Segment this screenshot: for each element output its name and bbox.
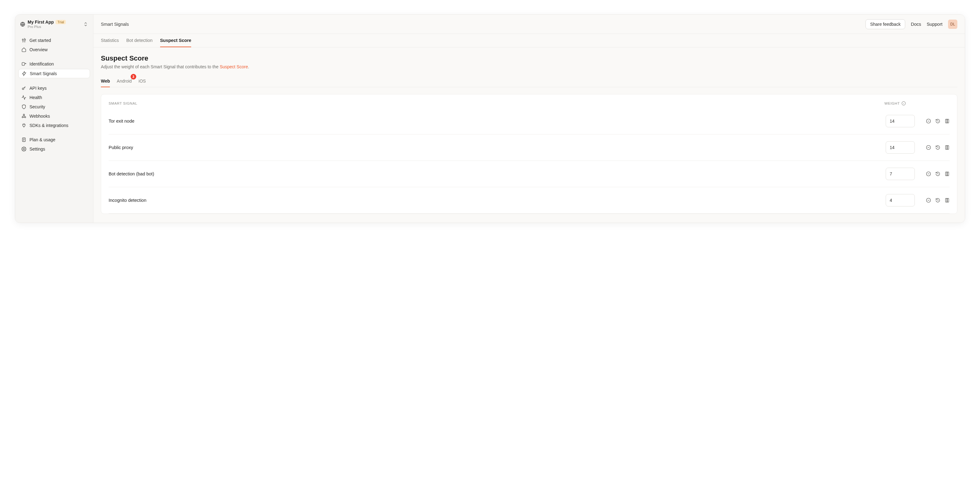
main: Smart Signals Share feedback Docs Suppor…	[94, 14, 965, 223]
sidebar-item-label: Plan & usage	[29, 137, 55, 142]
sidebar-item-api-keys[interactable]: API keys	[18, 84, 90, 92]
sidebar-item-security[interactable]: Security	[18, 102, 90, 111]
trial-badge: Trial	[56, 20, 66, 24]
sidebar-item-identification[interactable]: Identification	[18, 60, 90, 68]
tab-bot-detection[interactable]: Bot detection	[126, 34, 153, 47]
history-icon[interactable]	[935, 119, 940, 124]
table-row: Bot detection (bad bot)	[108, 161, 950, 187]
platform-tab-web[interactable]: Web	[101, 75, 110, 87]
disable-icon[interactable]	[926, 171, 931, 176]
sidebar-item-label: API keys	[29, 86, 46, 91]
tab-statistics[interactable]: Statistics	[101, 34, 119, 47]
tab-suspect-score[interactable]: Suspect Score	[160, 34, 191, 47]
avatar[interactable]: DL	[948, 19, 957, 29]
svg-point-7	[23, 148, 24, 150]
disable-icon[interactable]	[926, 145, 931, 150]
breadcrumb: Smart Signals	[101, 22, 129, 27]
zap-icon	[22, 71, 27, 76]
topbar: Smart Signals Share feedback Docs Suppor…	[94, 14, 965, 34]
sidebar-item-smart-signals[interactable]: Smart Signals	[18, 69, 90, 78]
col-header-weight: WEIGHT	[885, 101, 906, 105]
key-icon	[21, 86, 26, 91]
sidebar-item-plan-usage[interactable]: Plan & usage	[18, 136, 90, 144]
sidebar-item-label: Identification	[29, 61, 54, 67]
weight-input[interactable]	[886, 167, 915, 180]
tabs: Statistics Bot detection Suspect Score	[94, 34, 965, 48]
docs-link[interactable]: Docs	[911, 22, 921, 27]
page-subtitle: Adjust the weight of each Smart Signal t…	[101, 64, 957, 69]
platform-tabs: Web Android 3 iOS	[101, 75, 957, 87]
signal-name: Incognito detection	[108, 198, 886, 203]
sidebar-item-label: Smart Signals	[30, 71, 57, 76]
sidebar-item-label: Get started	[29, 38, 51, 43]
history-icon[interactable]	[935, 171, 940, 176]
sidebar-item-webhooks[interactable]: Webhooks	[18, 112, 90, 120]
platform-tab-android[interactable]: Android 3	[117, 75, 132, 87]
disable-icon[interactable]	[926, 119, 931, 124]
sidebar-item-health[interactable]: Health	[18, 93, 90, 102]
svg-rect-1	[22, 62, 24, 65]
support-link[interactable]: Support	[927, 22, 942, 27]
chevron-up-down-icon	[83, 22, 88, 27]
platform-tab-ios[interactable]: iOS	[139, 75, 146, 87]
app-plan: Pro Plus	[28, 25, 81, 29]
weight-input[interactable]	[886, 141, 915, 154]
table-row: Incognito detection	[108, 187, 950, 214]
suspect-score-link[interactable]: Suspect Score	[220, 64, 248, 69]
signal-name: Public proxy	[108, 145, 886, 150]
sidebar-item-label: Settings	[29, 147, 45, 151]
page-title: Suspect Score	[101, 54, 957, 62]
fingerprint-icon	[21, 38, 26, 43]
signal-name: Bot detection (bad bot)	[108, 171, 886, 176]
table-row: Public proxy	[108, 134, 950, 161]
webhook-icon	[21, 114, 26, 119]
globe-icon	[20, 22, 25, 27]
docs-icon[interactable]	[945, 171, 950, 176]
col-header-signal: SMART SIGNAL	[108, 102, 137, 105]
sidebar-item-label: Health	[29, 95, 42, 100]
info-icon[interactable]	[902, 101, 906, 105]
signal-name: Tor exit node	[108, 119, 886, 124]
page-body: Suspect Score Adjust the weight of each …	[94, 48, 965, 223]
doc-icon	[21, 137, 26, 142]
sidebar-item-label: Webhooks	[29, 114, 50, 119]
notification-badge: 3	[130, 74, 136, 80]
app-switcher[interactable]: My First App Trial Pro Plus	[18, 18, 90, 32]
table-header: SMART SIGNAL WEIGHT	[108, 97, 950, 108]
history-icon[interactable]	[935, 145, 940, 150]
sidebar-item-label: Security	[29, 104, 45, 109]
docs-icon[interactable]	[945, 145, 950, 150]
weight-input[interactable]	[886, 194, 915, 206]
table-row: Tor exit node	[108, 108, 950, 134]
plug-icon	[21, 123, 26, 128]
sidebar-item-label: Overview	[29, 47, 48, 52]
home-icon	[21, 47, 26, 52]
history-icon[interactable]	[935, 198, 940, 203]
sidebar-item-get-started[interactable]: Get started	[18, 36, 90, 45]
sidebar-item-settings[interactable]: Settings	[18, 145, 90, 153]
docs-icon[interactable]	[945, 119, 950, 124]
sidebar-item-label: SDKs & integrations	[29, 123, 68, 128]
activity-icon	[21, 95, 26, 100]
weight-input[interactable]	[886, 115, 915, 127]
gear-icon	[21, 147, 26, 151]
signals-card: SMART SIGNAL WEIGHT Tor exit node	[101, 94, 957, 214]
sidebar-item-overview[interactable]: Overview	[18, 45, 90, 54]
share-feedback-button[interactable]: Share feedback	[865, 19, 905, 29]
sidebar-item-sdks[interactable]: SDKs & integrations	[18, 121, 90, 130]
sidebar: My First App Trial Pro Plus Get started …	[15, 14, 94, 223]
app-frame: My First App Trial Pro Plus Get started …	[15, 14, 965, 223]
shield-icon	[21, 104, 26, 109]
docs-icon[interactable]	[945, 198, 950, 203]
app-title: My First App	[28, 19, 54, 24]
disable-icon[interactable]	[926, 198, 931, 203]
id-icon	[21, 61, 26, 67]
